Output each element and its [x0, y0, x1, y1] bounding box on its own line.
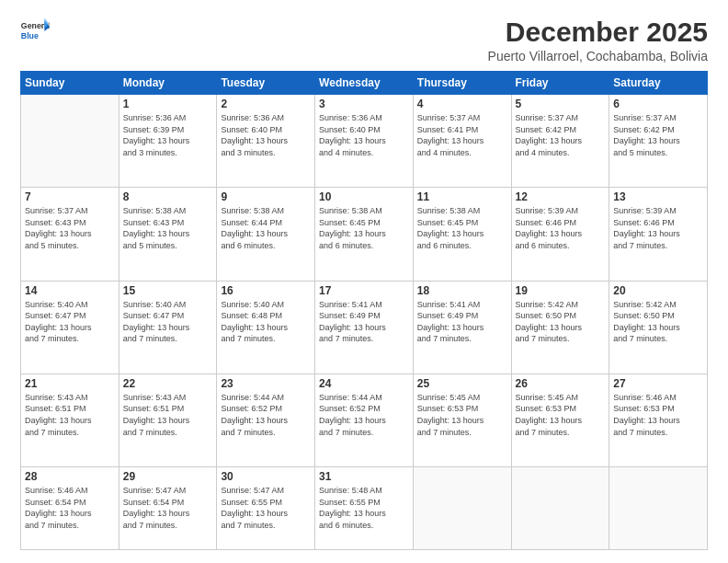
day-info: Sunrise: 5:43 AM Sunset: 6:51 PM Dayligh…	[25, 392, 115, 438]
calendar-cell: 24Sunrise: 5:44 AM Sunset: 6:52 PM Dayli…	[315, 373, 414, 466]
day-number: 9	[221, 190, 311, 203]
calendar-cell: 19Sunrise: 5:42 AM Sunset: 6:50 PM Dayli…	[511, 281, 609, 373]
day-number: 16	[221, 284, 311, 297]
day-info: Sunrise: 5:36 AM Sunset: 6:39 PM Dayligh…	[123, 112, 213, 158]
day-info: Sunrise: 5:42 AM Sunset: 6:50 PM Dayligh…	[516, 299, 606, 345]
calendar-cell: 7Sunrise: 5:37 AM Sunset: 6:43 PM Daylig…	[21, 188, 119, 281]
day-info: Sunrise: 5:40 AM Sunset: 6:47 PM Dayligh…	[25, 299, 115, 345]
day-number: 7	[25, 190, 115, 203]
calendar-cell: 3Sunrise: 5:36 AM Sunset: 6:40 PM Daylig…	[315, 95, 414, 188]
calendar-cell: 2Sunrise: 5:36 AM Sunset: 6:40 PM Daylig…	[217, 95, 315, 188]
calendar-cell	[609, 467, 708, 550]
calendar-cell: 23Sunrise: 5:44 AM Sunset: 6:52 PM Dayli…	[217, 373, 315, 466]
day-number: 4	[417, 98, 507, 110]
calendar-cell: 11Sunrise: 5:38 AM Sunset: 6:45 PM Dayli…	[413, 188, 511, 281]
calendar-cell	[21, 95, 119, 188]
calendar-cell: 1Sunrise: 5:36 AM Sunset: 6:39 PM Daylig…	[119, 95, 217, 188]
day-number: 6	[613, 98, 703, 110]
day-header: Friday	[511, 72, 609, 95]
day-info: Sunrise: 5:38 AM Sunset: 6:45 PM Dayligh…	[319, 205, 409, 251]
calendar: SundayMondayTuesdayWednesdayThursdayFrid…	[20, 71, 708, 550]
calendar-cell: 9Sunrise: 5:38 AM Sunset: 6:44 PM Daylig…	[217, 188, 315, 281]
logo-icon: General Blue	[20, 17, 50, 46]
day-info: Sunrise: 5:41 AM Sunset: 6:49 PM Dayligh…	[319, 299, 409, 345]
day-number: 18	[417, 284, 507, 297]
day-info: Sunrise: 5:43 AM Sunset: 6:51 PM Dayligh…	[123, 392, 213, 438]
month-title: December 2025	[488, 17, 708, 47]
day-header: Wednesday	[315, 72, 414, 95]
day-number: 19	[516, 284, 606, 297]
day-info: Sunrise: 5:44 AM Sunset: 6:52 PM Dayligh…	[221, 392, 311, 438]
day-number: 26	[516, 377, 606, 390]
day-number: 20	[613, 284, 703, 297]
day-info: Sunrise: 5:38 AM Sunset: 6:43 PM Dayligh…	[123, 205, 213, 251]
day-info: Sunrise: 5:47 AM Sunset: 6:54 PM Dayligh…	[123, 485, 213, 531]
calendar-cell	[413, 467, 511, 550]
day-info: Sunrise: 5:36 AM Sunset: 6:40 PM Dayligh…	[319, 112, 409, 158]
day-info: Sunrise: 5:39 AM Sunset: 6:46 PM Dayligh…	[516, 205, 606, 251]
location-title: Puerto Villarroel, Cochabamba, Bolivia	[488, 49, 708, 63]
day-header: Thursday	[413, 72, 511, 95]
day-number: 31	[319, 470, 409, 483]
calendar-cell: 26Sunrise: 5:45 AM Sunset: 6:53 PM Dayli…	[511, 373, 609, 466]
calendar-cell: 22Sunrise: 5:43 AM Sunset: 6:51 PM Dayli…	[119, 373, 217, 466]
day-number: 3	[319, 98, 409, 110]
day-info: Sunrise: 5:47 AM Sunset: 6:55 PM Dayligh…	[221, 485, 311, 531]
day-header: Tuesday	[217, 72, 315, 95]
day-number: 25	[417, 377, 507, 390]
day-header: Monday	[119, 72, 217, 95]
day-number: 1	[123, 98, 213, 110]
calendar-cell: 10Sunrise: 5:38 AM Sunset: 6:45 PM Dayli…	[315, 188, 414, 281]
day-number: 27	[613, 377, 703, 390]
title-block: December 2025 Puerto Villarroel, Cochaba…	[488, 17, 708, 63]
day-number: 10	[319, 190, 409, 203]
day-number: 5	[516, 98, 606, 110]
calendar-cell: 28Sunrise: 5:46 AM Sunset: 6:54 PM Dayli…	[21, 467, 119, 550]
day-number: 17	[319, 284, 409, 297]
day-info: Sunrise: 5:40 AM Sunset: 6:48 PM Dayligh…	[221, 299, 311, 345]
day-number: 11	[417, 190, 507, 203]
calendar-cell: 30Sunrise: 5:47 AM Sunset: 6:55 PM Dayli…	[217, 467, 315, 550]
day-number: 22	[123, 377, 213, 390]
day-number: 23	[221, 377, 311, 390]
day-info: Sunrise: 5:38 AM Sunset: 6:45 PM Dayligh…	[417, 205, 507, 251]
calendar-cell: 27Sunrise: 5:46 AM Sunset: 6:53 PM Dayli…	[609, 373, 708, 466]
day-info: Sunrise: 5:37 AM Sunset: 6:42 PM Dayligh…	[516, 112, 606, 158]
day-info: Sunrise: 5:40 AM Sunset: 6:47 PM Dayligh…	[123, 299, 213, 345]
calendar-cell: 13Sunrise: 5:39 AM Sunset: 6:46 PM Dayli…	[609, 188, 708, 281]
day-number: 28	[25, 470, 115, 483]
calendar-cell: 14Sunrise: 5:40 AM Sunset: 6:47 PM Dayli…	[21, 281, 119, 373]
day-number: 2	[221, 98, 311, 110]
page: General Blue December 2025 Puerto Villar…	[0, 0, 728, 563]
header: General Blue December 2025 Puerto Villar…	[20, 17, 708, 63]
calendar-cell: 29Sunrise: 5:47 AM Sunset: 6:54 PM Dayli…	[119, 467, 217, 550]
calendar-cell: 18Sunrise: 5:41 AM Sunset: 6:49 PM Dayli…	[413, 281, 511, 373]
day-number: 15	[123, 284, 213, 297]
logo: General Blue	[20, 17, 50, 46]
day-info: Sunrise: 5:45 AM Sunset: 6:53 PM Dayligh…	[516, 392, 606, 438]
day-info: Sunrise: 5:48 AM Sunset: 6:55 PM Dayligh…	[319, 485, 409, 531]
day-number: 30	[221, 470, 311, 483]
day-number: 21	[25, 377, 115, 390]
day-info: Sunrise: 5:46 AM Sunset: 6:53 PM Dayligh…	[613, 392, 703, 438]
calendar-cell: 12Sunrise: 5:39 AM Sunset: 6:46 PM Dayli…	[511, 188, 609, 281]
calendar-cell: 20Sunrise: 5:42 AM Sunset: 6:50 PM Dayli…	[609, 281, 708, 373]
calendar-cell: 17Sunrise: 5:41 AM Sunset: 6:49 PM Dayli…	[315, 281, 414, 373]
calendar-cell: 4Sunrise: 5:37 AM Sunset: 6:41 PM Daylig…	[413, 95, 511, 188]
svg-text:Blue: Blue	[21, 31, 39, 40]
calendar-cell: 16Sunrise: 5:40 AM Sunset: 6:48 PM Dayli…	[217, 281, 315, 373]
day-number: 29	[123, 470, 213, 483]
calendar-cell: 31Sunrise: 5:48 AM Sunset: 6:55 PM Dayli…	[315, 467, 414, 550]
calendar-cell: 15Sunrise: 5:40 AM Sunset: 6:47 PM Dayli…	[119, 281, 217, 373]
day-info: Sunrise: 5:37 AM Sunset: 6:42 PM Dayligh…	[613, 112, 703, 158]
calendar-cell: 5Sunrise: 5:37 AM Sunset: 6:42 PM Daylig…	[511, 95, 609, 188]
calendar-cell: 21Sunrise: 5:43 AM Sunset: 6:51 PM Dayli…	[21, 373, 119, 466]
day-info: Sunrise: 5:37 AM Sunset: 6:41 PM Dayligh…	[417, 112, 507, 158]
calendar-cell: 25Sunrise: 5:45 AM Sunset: 6:53 PM Dayli…	[413, 373, 511, 466]
day-header: Saturday	[609, 72, 708, 95]
day-number: 24	[319, 377, 409, 390]
day-info: Sunrise: 5:42 AM Sunset: 6:50 PM Dayligh…	[613, 299, 703, 345]
day-number: 14	[25, 284, 115, 297]
day-number: 13	[613, 190, 703, 203]
day-info: Sunrise: 5:44 AM Sunset: 6:52 PM Dayligh…	[319, 392, 409, 438]
